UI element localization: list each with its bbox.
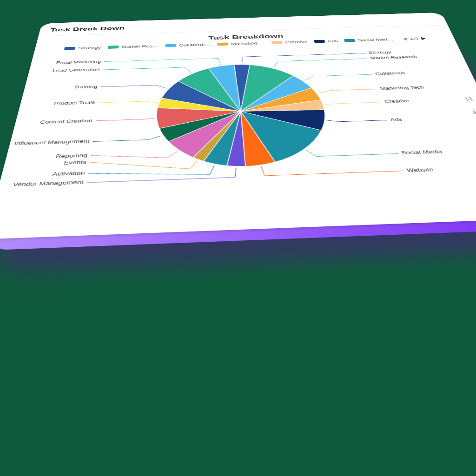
pie-slice[interactable] bbox=[241, 109, 328, 163]
legend-label: Market Res… bbox=[121, 44, 159, 49]
legend-prev-arrow-icon[interactable] bbox=[402, 37, 408, 40]
legend-swatch bbox=[314, 40, 325, 43]
legend-item[interactable]: Market Res… bbox=[107, 44, 159, 49]
slice-label: Vendor Management bbox=[12, 179, 84, 188]
leader-lines bbox=[0, 40, 476, 212]
pie-slice[interactable] bbox=[238, 75, 316, 112]
pie-slice[interactable] bbox=[168, 112, 245, 159]
pie-slice[interactable] bbox=[224, 112, 246, 167]
download-icon[interactable] bbox=[469, 109, 476, 116]
legend-label: Marketing … bbox=[231, 41, 265, 46]
slice-label: Ads bbox=[390, 117, 403, 122]
slice-label: Marketing Tech bbox=[379, 85, 424, 91]
slice-label: Social Media bbox=[400, 149, 443, 156]
legend-item[interactable]: Creative bbox=[271, 40, 308, 45]
pie-slice[interactable] bbox=[192, 112, 245, 162]
slice-label: Strategy bbox=[368, 50, 391, 54]
pie-slice[interactable] bbox=[234, 64, 255, 112]
legend-next-arrow-icon[interactable] bbox=[421, 37, 426, 40]
pie-chart bbox=[0, 40, 476, 212]
document-icon[interactable] bbox=[463, 96, 475, 103]
legend-label: Strategy bbox=[78, 46, 101, 50]
pie-slice[interactable] bbox=[157, 96, 241, 114]
chart-card: Task Break Down Task Breakdown StrategyM… bbox=[0, 13, 476, 239]
legend-item[interactable]: Marketing … bbox=[217, 41, 265, 46]
slice-label: Activation bbox=[52, 171, 86, 177]
legend-item[interactable]: Collateral… bbox=[165, 43, 211, 48]
slice-label: Email Marketing bbox=[56, 60, 101, 65]
pie-slice[interactable] bbox=[156, 105, 242, 128]
legend-swatch bbox=[107, 46, 119, 49]
pie-slice[interactable] bbox=[240, 100, 324, 112]
legend-item[interactable]: Social Med… bbox=[344, 38, 394, 43]
chart-body: StrategyMarket ResearchCollateralsMarket… bbox=[0, 40, 476, 212]
legend-pagination: 1/3 bbox=[402, 36, 426, 41]
legend-swatch bbox=[344, 39, 355, 42]
legend-swatch bbox=[165, 44, 176, 47]
pie-slice[interactable] bbox=[240, 111, 276, 166]
slice-label: Content Creation bbox=[40, 118, 93, 125]
legend-swatch bbox=[64, 47, 75, 50]
slice-label: Reporting bbox=[55, 152, 88, 159]
pie-slice[interactable] bbox=[178, 67, 241, 113]
pie-slice[interactable] bbox=[209, 65, 241, 112]
legend-swatch bbox=[271, 41, 283, 44]
slice-label: Influencer Management bbox=[13, 139, 90, 146]
slice-label: Product Trials bbox=[53, 100, 95, 106]
pie-slice[interactable] bbox=[237, 64, 300, 112]
slice-label: Collaterals bbox=[375, 71, 406, 76]
slice-label: Website bbox=[406, 167, 434, 173]
pie-slice[interactable] bbox=[239, 87, 323, 111]
legend-label: Collateral… bbox=[179, 43, 211, 47]
legend-label: Social Med… bbox=[357, 38, 394, 42]
pie-slice[interactable] bbox=[241, 109, 329, 133]
legend-label: Ads bbox=[327, 39, 338, 43]
pie-slice[interactable] bbox=[159, 112, 243, 142]
slice-label: Lead Generation bbox=[52, 67, 100, 73]
legend-swatch bbox=[218, 42, 228, 46]
legend-item[interactable]: Strategy bbox=[64, 46, 101, 50]
pie-slice[interactable] bbox=[161, 79, 240, 114]
legend-label: Creative bbox=[285, 40, 308, 44]
pie-slice[interactable] bbox=[202, 112, 245, 167]
slice-label: Training bbox=[73, 85, 98, 90]
slice-label: Events bbox=[64, 159, 87, 165]
slice-label: Market Research bbox=[370, 55, 417, 60]
slice-label: Creative bbox=[384, 99, 410, 104]
legend-item[interactable]: Ads bbox=[314, 39, 338, 43]
legend-page-indicator: 1/3 bbox=[409, 37, 419, 41]
